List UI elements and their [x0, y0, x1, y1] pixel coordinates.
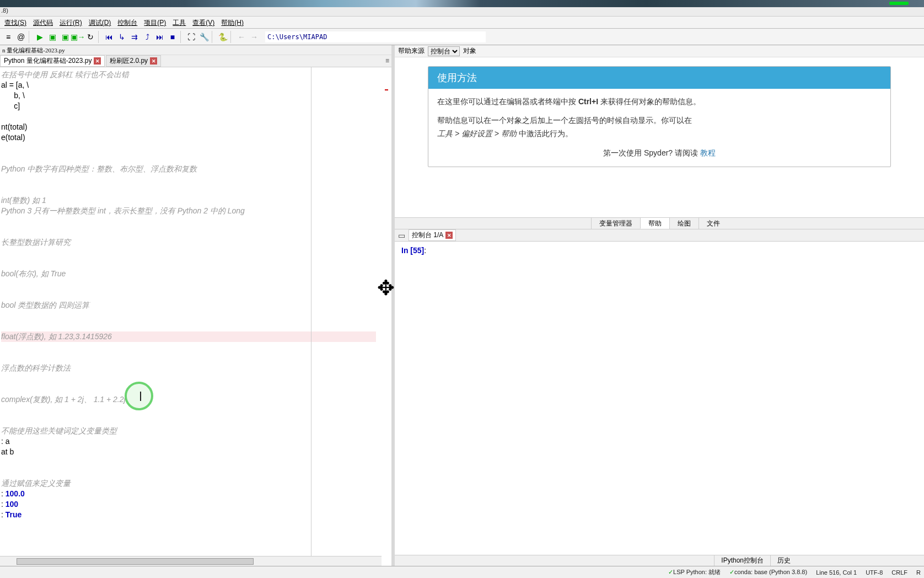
code-editor[interactable]: 在括号中使用 反斜杠 续行也不会出错al = [a, \ b, \ c] nt(… [0, 67, 391, 566]
help-pane-tab[interactable]: 帮助 [640, 218, 669, 229]
editor-tab-label: 粉刷匠2.0.py [110, 56, 148, 66]
code-line: : 100 [1, 499, 390, 510]
status-eol: CRLF [891, 569, 907, 576]
menu-item[interactable]: 查看(V) [189, 17, 218, 28]
code-line [1, 311, 390, 321]
editor-tab-active[interactable]: Python 量化编程基础-2023.py ✕ [0, 55, 105, 67]
forward-icon[interactable]: → [248, 31, 260, 43]
code-line [1, 468, 390, 478]
console-tabs: ▭ 控制台 1/A ✕ [395, 229, 924, 242]
menu-bar: 查找(S)源代码运行(R)调试(D)控制台项目(P)工具查看(V)帮助(H) [0, 17, 924, 29]
code-line [1, 342, 390, 352]
menu-item[interactable]: 调试(D) [85, 17, 115, 28]
run-selection-icon[interactable]: ▣→ [72, 31, 84, 43]
python-path-icon[interactable]: 🐍 [217, 31, 229, 43]
run-file-icon[interactable]: ▶ [34, 31, 46, 43]
code-line: e(total) [1, 132, 390, 143]
help-source-label: 帮助来源 [398, 46, 425, 56]
code-line: complex(复数), 如 1 + 2j、 1.1 + 2.2j [1, 394, 390, 405]
toolbar: ≡ @ ▶ ▣ ▣ ▣→ ↻ ⏮ ↳ ⇉ ⤴ ⏭ ■ ⛶ 🔧 🐍 ← → [0, 29, 924, 45]
help-pane-tab[interactable]: 文件 [699, 218, 728, 229]
console-pane-tab[interactable]: IPython控制台 [714, 555, 770, 566]
status-encoding: UTF-8 [866, 569, 883, 576]
code-line [1, 352, 390, 363]
code-line: Python 中数字有四种类型：整数、布尔型、浮点数和复数 [1, 164, 390, 174]
editor-tabs: Python 量化编程基础-2023.py ✕ 粉刷匠2.0.py ✕ ≡ [0, 55, 391, 67]
title-text: .8) [0, 7, 924, 17]
right-pane: 帮助来源 控制台 对象 使用方法 在这里你可以通过在编辑器或者终端中按 Ctrl… [395, 45, 924, 566]
code-line [1, 321, 390, 331]
run-cell-advance-icon[interactable]: ▣ [59, 31, 71, 43]
help-panel: 使用方法 在这里你可以通过在编辑器或者终端中按 Ctrl+I 来获得任何对象的帮… [395, 57, 924, 217]
ipython-console[interactable]: In [55]: [395, 242, 924, 555]
menu-item[interactable]: 查找(S) [1, 17, 30, 28]
debug-stop-icon[interactable]: ■ [166, 31, 179, 43]
editor-tab-label: Python 量化编程基础-2023.py [4, 56, 92, 66]
console-pane-tab[interactable]: 历史 [770, 555, 797, 566]
menu-item[interactable]: 项目(P) [141, 17, 169, 28]
scrollbar-thumb[interactable] [17, 558, 254, 565]
code-line: 长整型数据计算研究 [1, 237, 390, 248]
help-pane-tab[interactable]: 绘图 [669, 218, 699, 229]
console-pane-tabs: IPython控制台历史 [395, 555, 924, 566]
console-tab[interactable]: 控制台 1/A ✕ [409, 229, 456, 241]
window-chrome-top [0, 0, 924, 7]
code-line: : a [1, 436, 390, 447]
debug-step-out-icon[interactable]: ⤴ [141, 31, 153, 43]
code-line: int(整数) 如 1 [1, 195, 390, 206]
code-line: 不能使用这些关键词定义变量类型 [1, 426, 390, 436]
rerun-icon[interactable]: ↻ [84, 31, 96, 43]
code-line [1, 384, 390, 394]
menu-item[interactable]: 运行(R) [56, 17, 85, 28]
menu-item[interactable]: 帮助(H) [218, 17, 247, 28]
progress-indicator [889, 2, 909, 5]
editor-error-marker [385, 89, 388, 90]
text-caret [140, 392, 141, 401]
menu-item[interactable]: 工具 [169, 17, 189, 28]
menu-item[interactable]: 源代码 [30, 17, 56, 28]
at-icon[interactable]: @ [15, 31, 27, 43]
code-line: 浮点数的科学计数法 [1, 363, 390, 373]
back-icon[interactable]: ← [235, 31, 248, 43]
new-console-icon[interactable]: ▭ [398, 231, 405, 240]
code-line [1, 111, 390, 122]
code-line [1, 279, 390, 290]
close-icon[interactable]: ✕ [150, 57, 157, 65]
debug-continue-icon[interactable]: ⏭ [154, 31, 166, 43]
debug-step-over-icon[interactable]: ⇉ [128, 31, 141, 43]
status-rw: R [916, 569, 921, 576]
tabs-menu-icon[interactable]: ≡ [385, 57, 389, 65]
settings-icon[interactable]: 🔧 [198, 31, 210, 43]
code-line [1, 185, 390, 195]
help-object-label: 对象 [463, 46, 476, 56]
code-line [1, 405, 390, 415]
code-line: bool(布尔), 如 True [1, 269, 390, 279]
close-icon[interactable]: ✕ [94, 57, 101, 65]
outline-icon[interactable]: ≡ [2, 31, 14, 43]
horizontal-scrollbar[interactable] [0, 556, 382, 566]
help-source-select[interactable]: 控制台 [428, 46, 460, 56]
tutorial-link[interactable]: 教程 [700, 148, 716, 157]
breadcrumb: n 量化编程基础-2023.py [0, 45, 391, 55]
help-pane-tabs: 变量管理器帮助绘图文件 [395, 217, 924, 229]
help-card-body: 在这里你可以通过在编辑器或者终端中按 Ctrl+I 来获得任何对象的帮助信息。 … [428, 89, 890, 167]
debug-first-icon[interactable]: ⏮ [103, 31, 115, 43]
editor-tab[interactable]: 粉刷匠2.0.py ✕ [106, 55, 161, 67]
code-line: nt(total) [1, 122, 390, 132]
run-current-cell-icon[interactable]: ▣ [46, 31, 58, 43]
editor-edge-guide [311, 67, 313, 566]
code-line: 在括号中使用 反斜杠 续行也不会出错 [1, 69, 390, 80]
code-line [1, 457, 390, 468]
working-dir-input[interactable] [265, 31, 486, 42]
maximize-icon[interactable]: ⛶ [185, 31, 197, 43]
help-pane-tab[interactable]: 变量管理器 [591, 218, 640, 229]
help-header: 帮助来源 控制台 对象 [395, 45, 924, 57]
debug-step-into-icon[interactable]: ↳ [116, 31, 128, 43]
code-line [1, 153, 390, 164]
code-line: : True [1, 510, 390, 520]
code-line: bool 类型数据的 四则运算 [1, 300, 390, 311]
close-icon[interactable]: ✕ [445, 232, 453, 239]
menu-item[interactable]: 控制台 [114, 17, 141, 28]
code-line: c] [1, 101, 390, 111]
status-lsp: ✓LSP Python: 就绪 [668, 568, 721, 576]
